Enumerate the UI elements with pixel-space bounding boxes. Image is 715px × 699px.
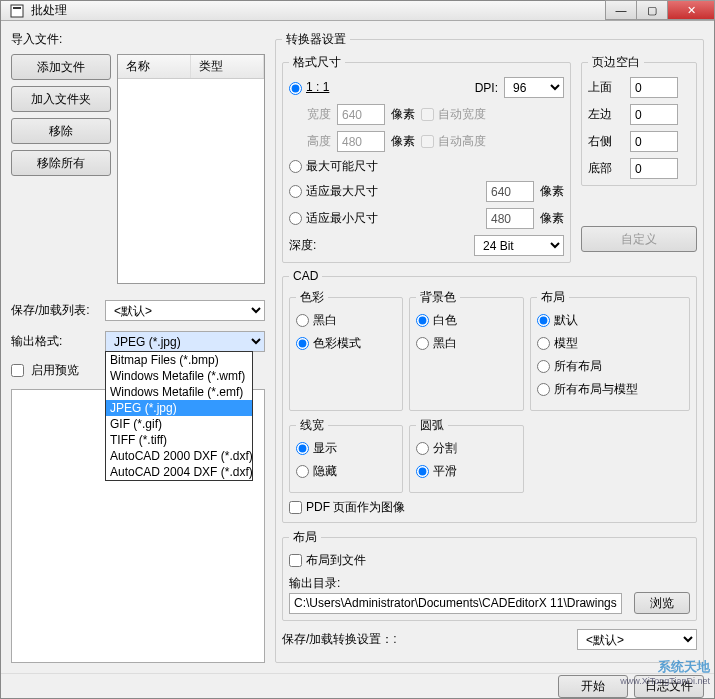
import-label: 导入文件: (11, 31, 265, 48)
format-size-group: 格式尺寸 1 : 1 DPI: 96 宽度 像素 自动宽度 (282, 54, 571, 263)
add-folder-button[interactable]: 加入文件夹 (11, 86, 111, 112)
output-format-dropdown[interactable]: Bitmap Files (*.bmp) Windows Metafile (*… (105, 351, 253, 481)
margin-right-label: 右侧 (588, 131, 624, 152)
svg-rect-0 (11, 5, 23, 17)
minimize-button[interactable]: — (605, 0, 637, 20)
width-label: 宽度 (307, 106, 331, 123)
lw-show[interactable]: 显示 (296, 440, 396, 457)
margin-top-label: 上面 (588, 77, 624, 98)
save-list-label: 保存/加载列表: (11, 302, 101, 319)
add-file-button[interactable]: 添加文件 (11, 54, 111, 80)
window-controls: — ▢ ✕ (605, 1, 714, 20)
pdf-as-image-check[interactable]: PDF 页面作为图像 (289, 500, 405, 514)
output-format-label: 输出格式: (11, 333, 101, 350)
layout-group: 布局 默认 模型 所有布局 所有布局与模型 (530, 289, 690, 411)
auto-height-check: 自动高度 (421, 133, 486, 150)
footer: 开始 日志文件 系统天地 www.XiTongTianDi.net (1, 673, 714, 698)
fit-max-input[interactable] (486, 181, 534, 202)
app-icon (9, 3, 25, 19)
margins-group: 页边空白 上面 左边 右侧 底部 (581, 54, 697, 186)
left-panel: 导入文件: 添加文件 加入文件夹 移除 移除所有 名称 类型 保存/加载列表: (11, 31, 265, 663)
format-option[interactable]: Windows Metafile (*.emf) (106, 384, 252, 400)
arc-smooth[interactable]: 平滑 (416, 463, 516, 480)
remove-all-button[interactable]: 移除所有 (11, 150, 111, 176)
margin-left-label: 左边 (588, 104, 624, 125)
color-bw[interactable]: 黑白 (296, 312, 396, 329)
output-format-select[interactable]: JPEG (*.jpg) (105, 331, 265, 352)
layout-model[interactable]: 模型 (537, 335, 683, 352)
layout-all[interactable]: 所有布局 (537, 358, 683, 375)
px-label: 像素 (391, 133, 415, 150)
height-label: 高度 (307, 133, 331, 150)
enable-preview-checkbox-label[interactable]: 启用预览 (11, 362, 79, 379)
body: 导入文件: 添加文件 加入文件夹 移除 移除所有 名称 类型 保存/加载列表: (1, 21, 714, 673)
bg-white[interactable]: 白色 (416, 312, 516, 329)
converter-settings-legend: 转换器设置 (282, 31, 350, 48)
dpi-label: DPI: (475, 81, 498, 95)
output-dir-label: 输出目录: (289, 575, 690, 592)
col-name: 名称 (118, 55, 191, 78)
file-list[interactable]: 名称 类型 (117, 54, 265, 284)
format-option-selected[interactable]: JPEG (*.jpg) (106, 400, 252, 416)
linewidth-group: 线宽 显示 隐藏 (289, 417, 403, 493)
fit-min-input[interactable] (486, 208, 534, 229)
format-option[interactable]: AutoCAD 2000 DXF (*.dxf) (106, 448, 252, 464)
window: 批处理 — ▢ ✕ 导入文件: 添加文件 加入文件夹 移除 移除所有 名称 类型 (0, 0, 715, 699)
converter-settings: 转换器设置 格式尺寸 1 : 1 DPI: 96 宽度 (275, 31, 704, 663)
auto-width-check: 自动宽度 (421, 106, 486, 123)
fit-min[interactable]: 适应最小尺寸 (289, 210, 480, 227)
browse-button[interactable]: 浏览 (634, 592, 690, 614)
px-label: 像素 (391, 106, 415, 123)
dpi-select[interactable]: 96 (504, 77, 564, 98)
window-title: 批处理 (31, 2, 605, 19)
ratio-1-1[interactable]: 1 : 1 (289, 80, 329, 94)
svg-rect-1 (13, 7, 21, 9)
custom-button[interactable]: 自定义 (581, 226, 697, 252)
color-mode[interactable]: 色彩模式 (296, 335, 396, 352)
col-type: 类型 (191, 55, 264, 78)
format-option[interactable]: AutoCAD 2004 DXF (*.dxf) (106, 464, 252, 480)
layout-default[interactable]: 默认 (537, 312, 683, 329)
depth-select[interactable]: 24 Bit (474, 235, 564, 256)
right-panel: 转换器设置 格式尺寸 1 : 1 DPI: 96 宽度 (275, 31, 704, 663)
max-possible[interactable]: 最大可能尺寸 (289, 158, 378, 175)
format-option[interactable]: GIF (*.gif) (106, 416, 252, 432)
margin-top-input[interactable] (630, 77, 678, 98)
save-list-select[interactable]: <默认> (105, 300, 265, 321)
titlebar: 批处理 — ▢ ✕ (1, 1, 714, 21)
width-input[interactable] (337, 104, 385, 125)
save-convert-select[interactable]: <默认> (577, 629, 697, 650)
save-convert-label: 保存/加载转换设置：: (282, 631, 573, 648)
arc-group: 圆弧 分割 平滑 (409, 417, 523, 493)
log-button[interactable]: 日志文件 (634, 675, 704, 698)
margin-left-input[interactable] (630, 104, 678, 125)
layout-all-model[interactable]: 所有布局与模型 (537, 381, 683, 398)
arc-split[interactable]: 分割 (416, 440, 516, 457)
format-option[interactable]: Windows Metafile (*.wmf) (106, 368, 252, 384)
close-button[interactable]: ✕ (667, 0, 715, 20)
fit-max[interactable]: 适应最大尺寸 (289, 183, 480, 200)
layout-to-file-check[interactable]: 布局到文件 (289, 553, 366, 567)
maximize-button[interactable]: ▢ (636, 0, 668, 20)
height-input[interactable] (337, 131, 385, 152)
margin-right-input[interactable] (630, 131, 678, 152)
bg-black[interactable]: 黑白 (416, 335, 516, 352)
lw-hide[interactable]: 隐藏 (296, 463, 396, 480)
depth-label: 深度: (289, 237, 316, 254)
color-group: 色彩 黑白 色彩模式 (289, 289, 403, 411)
cad-group: CAD 色彩 黑白 色彩模式 背景色 白色 (282, 269, 697, 523)
format-option[interactable]: Bitmap Files (*.bmp) (106, 352, 252, 368)
start-button[interactable]: 开始 (558, 675, 628, 698)
enable-preview-checkbox[interactable] (11, 364, 24, 377)
layout-output-group: 布局 布局到文件 输出目录: 浏览 (282, 529, 697, 621)
margin-bottom-input[interactable] (630, 158, 678, 179)
bgcolor-group: 背景色 白色 黑白 (409, 289, 523, 411)
file-list-header: 名称 类型 (118, 55, 264, 79)
format-option[interactable]: TIFF (*.tiff) (106, 432, 252, 448)
output-dir-input[interactable] (289, 593, 622, 614)
remove-button[interactable]: 移除 (11, 118, 111, 144)
margin-bottom-label: 底部 (588, 158, 624, 179)
